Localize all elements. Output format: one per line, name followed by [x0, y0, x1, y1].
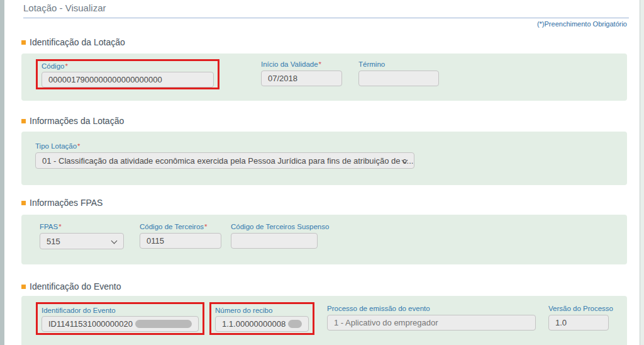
orange-square-bullet-icon [21, 119, 26, 123]
right-edge-strip [640, 0, 644, 345]
section-title: Informações da Lotação [30, 116, 124, 126]
tipo-lotacao-label: Tipo Lotação* [35, 142, 414, 150]
orange-square-bullet-icon [21, 285, 26, 289]
required-fields-note: (*)Preenchimento Obrigatório [23, 20, 627, 28]
required-asterisk: * [58, 223, 61, 230]
section-title: Identificação do Evento [30, 281, 121, 291]
redaction-bar [135, 320, 192, 328]
section-title: Informações FPAS [30, 198, 103, 208]
section-header-informacoes-fpas: Informações FPAS [21, 198, 103, 208]
versao-processo-label: Versão do Processo [548, 305, 609, 313]
panel-informacoes-fpas: FPAS* 515 Código de Terceiros* Código de… [21, 215, 627, 264]
codigo-input[interactable] [42, 72, 214, 88]
codigo-terceiros-field: Código de Terceiros* [140, 223, 221, 249]
termino-label: Término [358, 60, 439, 69]
codigo-terceiros-suspenso-field: Código de Terceiros Suspenso [231, 223, 318, 249]
numero-recibo-value: 1.1.00000000008 [222, 319, 286, 329]
termino-field: Término [358, 60, 439, 86]
fpas-field: FPAS* 515 [40, 223, 124, 249]
versao-processo-input[interactable] [548, 315, 609, 331]
versao-processo-field: Versão do Processo [548, 305, 609, 331]
tipo-lotacao-select[interactable]: 01 - Classificação da atividade econômic… [35, 152, 414, 169]
panel-informacoes-lotacao: Tipo Lotação* 01 - Classificação da ativ… [21, 132, 627, 185]
identificador-evento-value: ID11411531000000020 [48, 319, 133, 329]
highlight-box-identificador-evento: Identificador do Evento ID11411531000000… [36, 302, 204, 335]
numero-recibo-label: Número do recibo [215, 307, 309, 315]
tipo-lotacao-selected-value: 01 - Classificação da atividade econômic… [42, 156, 413, 166]
identificador-evento-label: Identificador do Evento [42, 307, 199, 315]
required-asterisk: * [204, 223, 207, 230]
section-header-identificacao-evento: Identificação do Evento [21, 281, 121, 291]
orange-square-bullet-icon [21, 201, 26, 205]
section-title: Identificação da Lotação [30, 37, 125, 47]
codigo-terceiros-suspenso-input[interactable] [231, 233, 318, 249]
inicio-validade-input[interactable] [261, 71, 342, 86]
fpas-label: FPAS* [40, 223, 124, 231]
inicio-validade-label: Início da Validade* [261, 60, 342, 69]
inicio-validade-field: Início da Validade* [261, 60, 342, 86]
required-asterisk: * [319, 60, 321, 68]
section-header-informacoes-lotacao: Informações da Lotação [21, 116, 124, 126]
processo-emissao-label: Processo de emissão do evento [327, 305, 536, 313]
panel-identificacao-evento: Identificador do Evento ID11411531000000… [21, 296, 627, 345]
codigo-terceiros-label: Código de Terceiros* [140, 223, 221, 231]
required-asterisk: * [65, 62, 67, 70]
page-title: Lotação - Visualizar [23, 3, 106, 13]
processo-emissao-field: Processo de emissão do evento [327, 305, 536, 331]
page-header: Lotação - Visualizar [23, 3, 629, 18]
tipo-lotacao-field: Tipo Lotação* 01 - Classificação da ativ… [35, 142, 414, 169]
highlight-box-codigo: Código* [36, 59, 219, 89]
termino-input[interactable] [358, 71, 439, 86]
codigo-terceiros-suspenso-label: Código de Terceiros Suspenso [231, 223, 318, 231]
chevron-down-icon [111, 238, 118, 244]
highlight-box-numero-recibo: Número do recibo 1.1.00000000008 [209, 302, 314, 335]
fpas-selected-value: 515 [47, 237, 60, 246]
codigo-label: Código* [42, 62, 214, 71]
codigo-terceiros-input[interactable] [140, 233, 221, 249]
section-header-identificacao-lotacao: Identificação da Lotação [21, 37, 125, 47]
orange-square-bullet-icon [21, 40, 26, 45]
required-asterisk: * [77, 142, 80, 150]
panel-identificacao-lotacao: Código* Início da Validade* Término [21, 54, 627, 101]
left-edge-strip [0, 0, 4, 345]
identificador-evento-input[interactable]: ID11411531000000020 [42, 316, 199, 332]
fpas-select[interactable]: 515 [40, 233, 124, 249]
numero-recibo-input[interactable]: 1.1.00000000008 [215, 316, 309, 332]
lotacao-visualizar-page: Lotação - Visualizar (*)Preenchimento Ob… [0, 0, 644, 345]
processo-emissao-input[interactable] [327, 315, 536, 331]
redaction-bar [288, 320, 302, 328]
